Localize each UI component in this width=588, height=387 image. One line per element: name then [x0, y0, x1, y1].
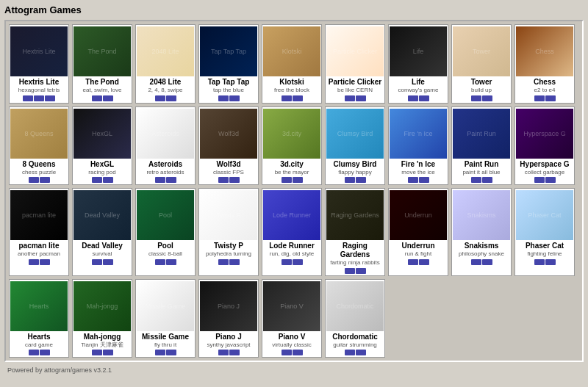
game-subtitle-life: conway's game — [398, 87, 439, 94]
game-card-3dcity[interactable]: 3d.city3d.citybe the mayor — [262, 106, 322, 186]
game-title-dead-valley: Dead Valley — [82, 242, 123, 250]
game-subtitle-tap-tap-tap: tap the blue — [213, 87, 244, 94]
game-title-chordomatic: Chordomatic — [332, 333, 378, 341]
platform-icon-2048-lite-0 — [155, 95, 165, 101]
game-thumb-piano-v: Piano V — [263, 281, 320, 331]
game-card-klotski[interactable]: KlotskiKlotskifree the block — [262, 24, 322, 104]
game-thumb-phaser-cat: Phaser Cat — [516, 190, 573, 240]
platform-icon-wolf3d-1 — [229, 177, 240, 183]
game-title-mah-jongg: Mah-jongg — [84, 333, 121, 341]
platform-icon-pacman-lite-1 — [40, 259, 50, 265]
game-card-wolf3d[interactable]: Wolf3dWolf3dclassic FPS — [198, 106, 259, 186]
platform-icons-hearts — [29, 350, 50, 355]
platform-icons-paint-run — [471, 177, 492, 183]
game-subtitle-wolf3d: classic FPS — [213, 169, 244, 176]
platform-icons-piano-j — [218, 350, 240, 355]
game-card-raging-gardens[interactable]: Raging GardensRaging Gardensfarting ninj… — [325, 188, 385, 276]
platform-icon-life-1 — [419, 95, 429, 101]
game-card-twisty-p[interactable]: Twisty PTwisty Ppolyhedra turning — [198, 188, 259, 276]
game-subtitle-chess: e2 to e4 — [534, 87, 556, 94]
game-card-snakisms[interactable]: SnakismsSnakismsphilosophy snake — [451, 188, 512, 276]
game-thumb-wolf3d: Wolf3d — [200, 109, 257, 159]
platform-icons-wolf3d — [218, 177, 240, 183]
game-subtitle-piano-v: virtually classic — [272, 341, 311, 349]
game-thumb-hexgl: HexGL — [74, 109, 131, 159]
game-card-pool[interactable]: PoolPoolclassic 8-ball — [135, 188, 196, 276]
platform-icons-chess — [534, 95, 556, 101]
platform-icon-raging-gardens-0 — [345, 268, 355, 274]
game-card-8queens[interactable]: 8 Queens8 Queenschess puzzle — [9, 106, 69, 186]
game-subtitle-underrun: run & fight — [405, 250, 431, 258]
game-subtitle-twisty-p: polyhedra turning — [206, 250, 251, 258]
game-thumb-klotski: Klotski — [263, 26, 320, 76]
platform-icon-missile-game-0 — [155, 350, 165, 355]
platform-icon-dead-valley-1 — [103, 259, 113, 265]
game-thumb-piano-j: Piano J — [200, 281, 257, 331]
platform-icons-chordomatic — [345, 350, 366, 355]
game-card-phaser-cat[interactable]: Phaser CatPhaser Catfighting feline — [514, 188, 575, 276]
games-grid: Hextris LiteHextris Litehexagonal tetris… — [4, 20, 584, 362]
game-card-hearts[interactable]: HeartsHeartscard game — [9, 279, 69, 358]
game-card-chess[interactable]: ChessChesse2 to e4 — [514, 24, 575, 104]
platform-icon-hexgl-0 — [92, 177, 102, 183]
game-title-missile-game: Missile Game — [142, 333, 189, 341]
game-card-fire-n-ice[interactable]: Fire 'n IceFire 'n Icemove the ice — [388, 106, 448, 186]
game-card-hexgl[interactable]: HexGLHexGLracing pod — [72, 106, 132, 186]
game-card-tower[interactable]: TowerTowerbuild up — [451, 24, 512, 104]
game-card-piano-v[interactable]: Piano VPiano Vvirtually classic — [262, 279, 322, 358]
game-card-missile-game[interactable]: Missile GameMissile Gamefly thru it — [135, 279, 196, 358]
platform-icon-wolf3d-0 — [218, 177, 229, 183]
platform-icon-chordomatic-1 — [356, 350, 366, 355]
platform-icon-twisty-p-0 — [218, 259, 229, 265]
platform-icon-clumsy-bird-0 — [345, 177, 355, 183]
game-card-paint-run[interactable]: Paint RunPaint Runpaint it all blue — [451, 106, 512, 186]
game-card-dead-valley[interactable]: Dead ValleyDead Valleysurvival — [72, 188, 132, 276]
game-card-hyperspace-g[interactable]: Hyperspace GHyperspace Gcollect garbage — [514, 106, 575, 186]
platform-icon-raging-gardens-1 — [356, 268, 366, 274]
game-card-hextris-lite[interactable]: Hextris LiteHextris Litehexagonal tetris — [9, 24, 69, 104]
game-card-pacman-lite[interactable]: pacman litepacman liteanother pacman — [9, 188, 69, 276]
game-title-snakisms: Snakisms — [465, 242, 499, 250]
game-card-lode-runner[interactable]: Lode RunnerLode Runnerrun, dig, old styl… — [262, 188, 322, 276]
platform-icon-lode-runner-0 — [282, 259, 292, 265]
game-thumb-hextris-lite: Hextris Lite — [10, 26, 68, 76]
game-subtitle-2048-lite: 2, 4, 8, swipe — [148, 87, 182, 94]
platform-icon-mah-jongg-0 — [92, 350, 102, 355]
game-thumb-particle-clicker: Particle Clicker — [326, 26, 384, 76]
platform-icon-missile-game-1 — [166, 350, 176, 355]
game-card-asteroids[interactable]: AsteroidsAsteroidsretro asteroids — [135, 106, 196, 186]
game-thumb-clumsy-bird: Clumsy Bird — [326, 109, 384, 159]
platform-icon-clumsy-bird-1 — [356, 177, 366, 183]
game-title-3dcity: 3d.city — [280, 160, 304, 169]
platform-icons-missile-game — [155, 350, 176, 355]
platform-icons-dead-valley — [92, 259, 113, 265]
game-title-pool: Pool — [157, 242, 173, 250]
game-card-underrun[interactable]: UnderrunUnderrunrun & fight — [388, 188, 448, 276]
platform-icon-chess-1 — [545, 95, 556, 101]
game-subtitle-snakisms: philosophy snake — [459, 250, 504, 258]
platform-icon-tower-0 — [471, 95, 481, 101]
game-card-tap-tap-tap[interactable]: Tap Tap TapTap Tap Taptap the blue — [198, 24, 259, 104]
game-card-life[interactable]: LifeLifeconway's game — [388, 24, 448, 104]
game-title-2048-lite: 2048 Lite — [150, 78, 182, 87]
game-card-clumsy-bird[interactable]: Clumsy BirdClumsy Birdflappy happy — [325, 106, 385, 186]
game-card-the-pond[interactable]: The PondThe Pondeat, swim, love — [72, 24, 132, 104]
platform-icons-lode-runner — [282, 259, 303, 265]
game-card-chordomatic[interactable]: ChordomaticChordomaticguitar strumming — [325, 279, 385, 358]
game-thumb-mah-jongg: Mah-jongg — [74, 281, 131, 331]
game-thumb-3dcity: 3d.city — [263, 109, 320, 159]
platform-icons-3dcity — [282, 177, 303, 183]
game-subtitle-hexgl: racing pod — [88, 169, 115, 176]
platform-icons-hyperspace-g — [534, 177, 556, 183]
platform-icon-hearts-1 — [40, 350, 50, 355]
platform-icon-piano-v-1 — [293, 350, 303, 355]
game-subtitle-clumsy-bird: flappy happy — [338, 169, 371, 176]
game-title-piano-v: Piano V — [279, 333, 306, 341]
game-subtitle-particle-clicker: be like CERN — [337, 87, 373, 94]
game-subtitle-piano-j: synthy javascript — [207, 341, 250, 349]
game-card-particle-clicker[interactable]: Particle ClickerParticle Clickerbe like … — [325, 24, 385, 104]
game-card-piano-j[interactable]: Piano JPiano Jsynthy javascript — [198, 279, 259, 358]
game-card-mah-jongg[interactable]: Mah-jonggMah-jonggTianjin 天津麻雀 — [72, 279, 132, 358]
game-card-2048-lite[interactable]: 2048 Lite2048 Lite2, 4, 8, swipe — [135, 24, 196, 104]
game-thumb-hyperspace-g: Hyperspace G — [516, 109, 573, 159]
